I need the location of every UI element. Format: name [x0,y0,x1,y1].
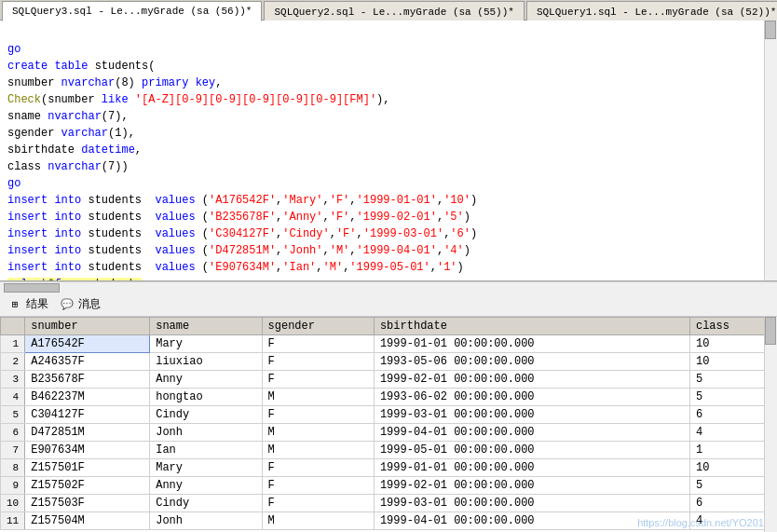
cell-snumber[interactable]: Z157504M [25,512,150,530]
cell-sbirthdate[interactable]: 1993-06-02 00:00:00.000 [374,389,689,406]
cell-rownum: 10 [1,495,25,512]
cell-snumber[interactable]: D472851M [25,424,150,442]
cell-snumber[interactable]: A246357F [25,353,150,371]
table-row[interactable]: 5C304127FCindyF1999-03-01 00:00:00.0006 [1,406,777,424]
cell-snumber[interactable]: E907634M [25,442,150,459]
message-icon: 💬 [60,297,75,312]
tab-query2[interactable]: SQLQuery2.sql - Le...myGrade (sa (55))* [264,1,524,21]
cell-sbirthdate[interactable]: 1999-03-01 00:00:00.000 [374,495,689,512]
cell-sbirthdate[interactable]: 1999-02-01 00:00:00.000 [374,477,689,495]
grid-icon: ⊞ [7,297,22,312]
cell-sname[interactable]: Anny [150,371,262,389]
cell-snumber[interactable]: Z157501F [25,459,150,477]
cell-sbirthdate[interactable]: 1999-02-01 00:00:00.000 [374,371,689,389]
cell-sgender[interactable]: F [262,371,374,389]
table-row[interactable]: 2A246357FliuxiaoF1993-05-06 00:00:00.000… [1,353,777,371]
cell-sbirthdate[interactable]: 1993-05-06 00:00:00.000 [374,353,689,371]
results-scrollbar-thumb[interactable] [765,317,776,345]
col-header-rownum [1,318,25,335]
results-label: 结果 [26,296,48,312]
table-row[interactable]: 6D472851MJonhM1999-04-01 00:00:00.0004 [1,424,777,442]
cell-rownum: 4 [1,389,25,406]
cell-sgender[interactable]: M [262,424,374,442]
tab-bar: SQLQuery3.sql - Le...myGrade (sa (56))* … [0,0,777,20]
cell-rownum: 5 [1,406,25,424]
col-header-sbirthdate[interactable]: sbirthdate [374,318,689,335]
cell-sname[interactable]: Jonh [150,424,262,442]
cell-rownum: 9 [1,477,25,495]
tab-query1-label: SQLQuery1.sql - Le...myGrade (sa (52))* [537,7,776,18]
messages-label: 消息 [78,296,101,312]
cell-sgender[interactable]: F [262,406,374,424]
results-scrollbar-v[interactable] [764,317,777,532]
cell-sgender[interactable]: M [262,512,374,530]
cell-sgender[interactable]: F [262,353,374,371]
results-toolbar: ⊞ 结果 💬 消息 [0,293,777,317]
h-scrollbar-thumb[interactable] [4,283,60,293]
table-body: 1A176542FMaryF1999-01-01 00:00:00.000102… [1,335,777,530]
tab-query2-label: SQLQuery2.sql - Le...myGrade (sa (55))* [274,7,513,18]
table-row[interactable]: 10Z157503FCindyF1999-03-01 00:00:00.0006 [1,495,777,512]
code-editor[interactable]: go create table students( snumber nvarch… [0,20,777,281]
cell-sbirthdate[interactable]: 1999-01-01 00:00:00.000 [374,459,689,477]
col-header-snumber[interactable]: snumber [25,318,150,335]
cell-sbirthdate[interactable]: 1999-03-01 00:00:00.000 [374,406,689,424]
cell-rownum: 7 [1,442,25,459]
col-header-sgender[interactable]: sgender [262,318,374,335]
cell-sname[interactable]: Mary [150,459,262,477]
editor-scrollbar-thumb[interactable] [765,20,776,39]
cell-sname[interactable]: Mary [150,335,262,353]
cell-sbirthdate[interactable]: 1999-04-01 00:00:00.000 [374,512,689,530]
cell-rownum: 2 [1,353,25,371]
table-row[interactable]: 11Z157504MJonhM1999-04-01 00:00:00.0004 [1,512,777,530]
cell-sname[interactable]: Cindy [150,406,262,424]
table-row[interactable]: 9Z157502FAnnyF1999-02-01 00:00:00.0005 [1,477,777,495]
results-container[interactable]: snumber sname sgender sbirthdate class 1… [0,317,777,532]
cell-sgender[interactable]: F [262,477,374,495]
cell-sgender[interactable]: F [262,335,374,353]
cell-rownum: 6 [1,424,25,442]
table-row[interactable]: 3B235678FAnnyF1999-02-01 00:00:00.0005 [1,371,777,389]
cell-sgender[interactable]: F [262,459,374,477]
results-table: snumber sname sgender sbirthdate class 1… [0,317,777,530]
cell-sname[interactable]: Ian [150,442,262,459]
cell-sname[interactable]: Anny [150,477,262,495]
horizontal-scrollbar[interactable] [0,281,777,293]
tab-query1[interactable]: SQLQuery1.sql - Le...myGrade (sa (52))* [526,1,777,21]
editor-scrollbar-v[interactable] [764,20,777,280]
cell-rownum: 3 [1,371,25,389]
cell-sbirthdate[interactable]: 1999-01-01 00:00:00.000 [374,335,689,353]
cell-sgender[interactable]: F [262,495,374,512]
cell-snumber[interactable]: Z157503F [25,495,150,512]
tab-query3-label: SQLQuery3.sql - Le...myGrade (sa (56))* [12,6,252,17]
tab-query3[interactable]: SQLQuery3.sql - Le...myGrade (sa (56))* [2,1,262,21]
cell-sname[interactable]: hongtao [150,389,262,406]
table-header: snumber sname sgender sbirthdate class [1,318,777,335]
cell-snumber[interactable]: Z157502F [25,477,150,495]
cell-snumber[interactable]: B235678F [25,371,150,389]
cell-sname[interactable]: liuxiao [150,353,262,371]
cell-snumber[interactable]: A176542F [25,335,150,353]
cell-sname[interactable]: Jonh [150,512,262,530]
cell-snumber[interactable]: B462237M [25,389,150,406]
results-tab-messages[interactable]: 💬 消息 [60,296,101,312]
table-row[interactable]: 7E907634MIanM1999-05-01 00:00:00.0001 [1,442,777,459]
code-content: go create table students( snumber nvarch… [0,20,777,281]
cell-sbirthdate[interactable]: 1999-04-01 00:00:00.000 [374,424,689,442]
cell-sbirthdate[interactable]: 1999-05-01 00:00:00.000 [374,442,689,459]
cell-rownum: 1 [1,335,25,353]
table-row[interactable]: 1A176542FMaryF1999-01-01 00:00:00.00010 [1,335,777,353]
table-row[interactable]: 8Z157501FMaryF1999-01-01 00:00:00.00010 [1,459,777,477]
col-header-sname[interactable]: sname [150,318,262,335]
cell-sname[interactable]: Cindy [150,495,262,512]
table-row[interactable]: 4B462237MhongtaoM1993-06-02 00:00:00.000… [1,389,777,406]
cell-sgender[interactable]: M [262,389,374,406]
cell-snumber[interactable]: C304127F [25,406,150,424]
cell-rownum: 8 [1,459,25,477]
cell-rownum: 11 [1,512,25,530]
cell-sgender[interactable]: M [262,442,374,459]
results-tab-results[interactable]: ⊞ 结果 [7,296,48,312]
